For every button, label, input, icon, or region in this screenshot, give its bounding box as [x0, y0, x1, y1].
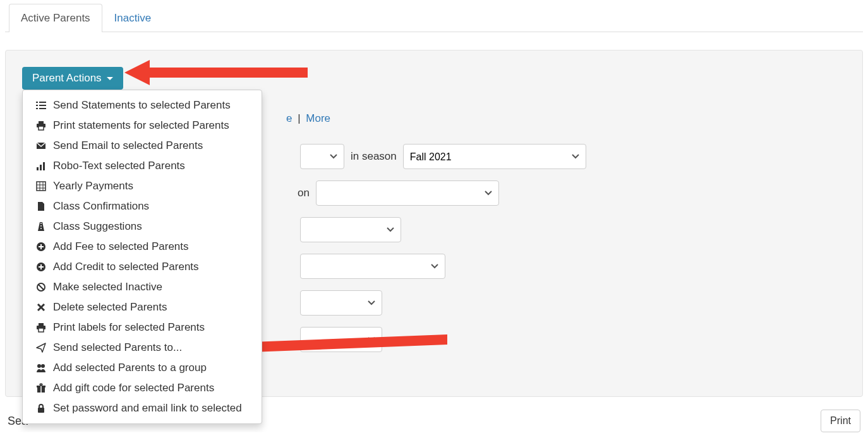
location-select[interactable] [316, 180, 499, 206]
plus-circle-icon [35, 262, 47, 272]
plus-circle-icon [35, 242, 47, 252]
menu-item-11[interactable]: Print labels for selected Parents [23, 317, 262, 338]
menu-item-14[interactable]: Add gift code for selected Parents [23, 378, 262, 398]
send-icon [35, 343, 47, 353]
menu-item-label: Send Statements to selected Parents [53, 99, 231, 112]
filter-more-link[interactable]: More [306, 112, 330, 124]
menu-item-10[interactable]: Delete selected Parents [23, 297, 262, 317]
svg-rect-10 [37, 167, 39, 170]
svg-rect-3 [39, 105, 46, 106]
parent-actions-menu: Send Statements to selected ParentsPrint… [22, 90, 262, 424]
svg-rect-6 [39, 121, 44, 124]
in-season-label: in season [351, 150, 397, 163]
filter-select-4[interactable] [300, 254, 445, 279]
tab-active-parents-label: Active Parents [21, 12, 90, 24]
svg-rect-38 [38, 408, 44, 413]
menu-item-label: Robo-Text selected Parents [53, 160, 185, 172]
filter-select-6[interactable] [300, 327, 382, 352]
ban-icon [35, 282, 47, 292]
menu-item-2[interactable]: Send Email to selected Parents [23, 136, 262, 156]
svg-point-33 [37, 364, 41, 368]
filter-select-3[interactable] [300, 217, 401, 242]
tab-bar: Active Parents Inactive [5, 4, 863, 32]
menu-item-8[interactable]: Add Credit to selected Parents [23, 257, 262, 277]
menu-item-label: Print statements for selected Parents [53, 119, 229, 132]
filter-links-row: e | More [286, 112, 846, 125]
menu-item-label: Print labels for selected Parents [53, 321, 205, 334]
season-select[interactable]: Fall 2021 [403, 144, 586, 169]
signal-icon [35, 161, 47, 171]
filter-row-6 [300, 327, 846, 352]
lock-icon [35, 403, 47, 413]
menu-item-label: Class Suggestions [53, 220, 142, 233]
menu-item-label: Yearly Payments [53, 180, 133, 192]
filter-link-fragment[interactable]: e [286, 112, 292, 124]
svg-rect-8 [39, 126, 44, 130]
grid-icon [35, 181, 47, 191]
svg-rect-4 [36, 108, 38, 109]
svg-rect-12 [43, 162, 45, 170]
svg-rect-5 [39, 108, 46, 109]
menu-item-label: Make selected Inactive [53, 281, 162, 293]
filter-row-3 [300, 217, 846, 242]
page-root: Active Parents Inactive Parent Actions S… [0, 0, 868, 432]
mail-icon [35, 141, 47, 151]
menu-item-label: Add selected Parents to a group [53, 362, 207, 374]
filter-panel: Parent Actions Send Statements to select… [5, 50, 863, 397]
parent-actions-label: Parent Actions [32, 72, 102, 85]
file-icon [35, 201, 47, 211]
svg-line-27 [39, 285, 44, 290]
filter-row-4 [300, 254, 846, 279]
menu-item-label: Send Email to selected Parents [53, 139, 203, 152]
menu-item-0[interactable]: Send Statements to selected Parents [23, 95, 262, 115]
list-icon [35, 100, 47, 110]
menu-item-label: Add Fee to selected Parents [53, 240, 189, 253]
parent-actions-button[interactable]: Parent Actions [22, 67, 123, 90]
gift-icon [35, 383, 47, 393]
svg-rect-11 [40, 165, 42, 170]
caret-down-icon [107, 77, 113, 80]
menu-item-label: Add gift code for selected Parents [53, 382, 214, 394]
print-button-label: Print [830, 415, 851, 426]
menu-item-7[interactable]: Add Fee to selected Parents [23, 237, 262, 257]
menu-item-3[interactable]: Robo-Text selected Parents [23, 156, 262, 176]
svg-rect-2 [36, 105, 38, 106]
road-icon [35, 222, 47, 232]
menu-item-label: Delete selected Parents [53, 301, 167, 314]
class-select[interactable] [300, 144, 344, 169]
menu-item-label: Set password and email link to selected [53, 402, 242, 415]
print-button[interactable]: Print [821, 410, 860, 432]
print-icon [35, 121, 47, 131]
menu-item-label: Add Credit to selected Parents [53, 261, 199, 273]
svg-rect-30 [39, 323, 44, 326]
svg-rect-0 [36, 102, 38, 103]
filter-select-5[interactable] [300, 290, 382, 316]
filter-row-5 [300, 290, 846, 316]
menu-item-13[interactable]: Add selected Parents to a group [23, 358, 262, 378]
tab-inactive[interactable]: Inactive [102, 4, 164, 32]
menu-item-15[interactable]: Set password and email link to selected [23, 398, 262, 418]
tab-active-parents[interactable]: Active Parents [9, 4, 102, 32]
times-icon [35, 302, 47, 312]
separator: | [298, 112, 303, 124]
svg-rect-32 [39, 328, 44, 332]
menu-item-12[interactable]: Send selected Parents to... [23, 338, 262, 358]
tab-inactive-label: Inactive [114, 12, 152, 24]
class-season-row: in season Fall 2021 [300, 144, 846, 169]
svg-rect-13 [37, 182, 45, 191]
menu-item-9[interactable]: Make selected Inactive [23, 277, 262, 297]
print-icon [35, 322, 47, 333]
menu-item-6[interactable]: Class Suggestions [23, 216, 262, 237]
menu-item-label: Class Confirmations [53, 200, 149, 213]
menu-item-label: Send selected Parents to... [53, 341, 182, 354]
svg-point-34 [41, 364, 45, 368]
menu-item-1[interactable]: Print statements for selected Parents [23, 115, 262, 136]
svg-rect-1 [39, 102, 46, 103]
menu-item-4[interactable]: Yearly Payments [23, 176, 262, 196]
menu-item-5[interactable]: Class Confirmations [23, 196, 262, 216]
users-icon [35, 363, 47, 373]
location-row: on [298, 180, 846, 206]
location-label-fragment: on [298, 187, 310, 199]
